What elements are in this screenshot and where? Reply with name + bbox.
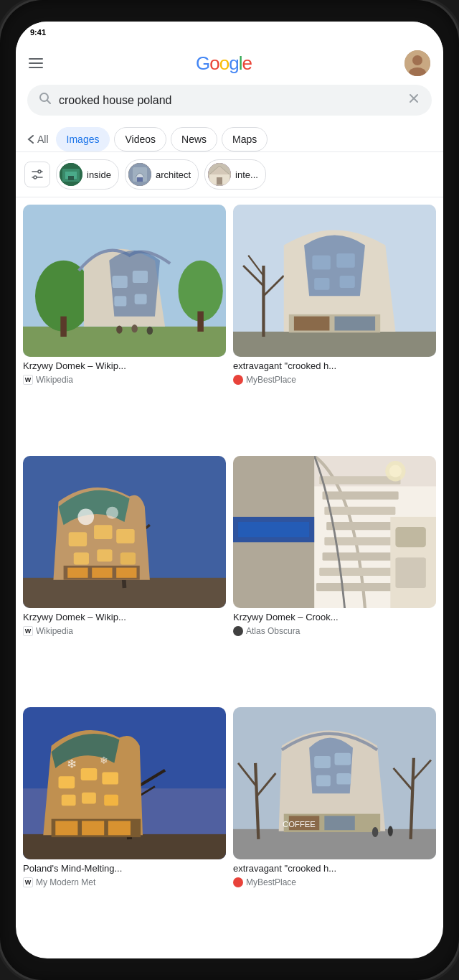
clear-search-button[interactable] <box>407 92 420 108</box>
filter-chip-interior[interactable]: inte... <box>204 159 266 190</box>
chip-interior-label: inte... <box>235 169 258 180</box>
svg-rect-100 <box>82 821 104 835</box>
svg-point-119 <box>388 826 393 836</box>
result-title-4: Krzywy Domek – Crook... <box>233 612 436 624</box>
building-svg-2 <box>233 205 436 357</box>
tab-images[interactable]: Images <box>56 127 110 151</box>
chip-image-interior <box>208 163 231 186</box>
svg-rect-101 <box>108 821 131 835</box>
source-name-3: Wikipedia <box>36 626 73 636</box>
svg-rect-93 <box>62 795 76 806</box>
svg-rect-27 <box>113 276 128 288</box>
result-card-5[interactable]: ❄ ❄ Poland's Mind-Melting... W My Modern… <box>23 707 226 951</box>
svg-rect-55 <box>116 529 134 543</box>
hamburger-line-1 <box>29 58 43 60</box>
svg-rect-20 <box>217 177 222 185</box>
svg-rect-90 <box>59 776 75 788</box>
chip-thumb-architect <box>128 163 151 186</box>
search-bar[interactable]: crooked house poland <box>27 85 432 116</box>
source-favicon-2 <box>233 375 243 385</box>
result-title-3: Krzywy Domek – Wikip... <box>23 612 226 624</box>
source-name-4: Atlas Obscura <box>246 626 300 636</box>
svg-rect-29 <box>114 296 126 306</box>
svg-rect-79 <box>238 522 309 537</box>
tab-images-label: Images <box>67 134 100 145</box>
building-svg-5: ❄ ❄ <box>23 707 226 859</box>
result-source-1: W Wikipedia <box>23 375 226 385</box>
result-card-1[interactable]: Krzywy Domek – Wikip... W Wikipedia <box>23 205 226 449</box>
svg-line-4 <box>47 101 51 104</box>
svg-rect-74 <box>316 583 402 591</box>
user-avatar[interactable] <box>404 50 430 76</box>
nav-back-all[interactable]: All <box>24 128 52 151</box>
tab-maps[interactable]: Maps <box>222 127 268 151</box>
result-image-5: ❄ ❄ <box>23 707 226 859</box>
svg-rect-62 <box>116 568 136 578</box>
chip-thumb-interior <box>208 163 231 186</box>
search-icon <box>39 92 52 108</box>
result-card-6[interactable]: COFFEE extravagant "crooked h... MyBestP… <box>233 707 436 951</box>
svg-rect-61 <box>92 568 112 578</box>
svg-point-81 <box>389 465 402 477</box>
logo-o2: o <box>219 52 229 74</box>
svg-point-9 <box>38 170 41 173</box>
svg-rect-69 <box>324 507 395 515</box>
svg-rect-22 <box>23 327 226 357</box>
filter-chip-inside[interactable]: inside <box>56 159 119 190</box>
svg-rect-92 <box>102 773 118 785</box>
svg-rect-43 <box>312 256 330 270</box>
svg-text:❄: ❄ <box>67 757 77 771</box>
svg-rect-103 <box>233 829 436 859</box>
nav-back-label: All <box>37 134 49 145</box>
filter-options-button[interactable] <box>24 162 50 187</box>
svg-rect-68 <box>323 492 399 500</box>
phone-frame: 9:41 Google <box>0 0 459 980</box>
svg-rect-84 <box>23 834 226 859</box>
svg-rect-70 <box>326 522 392 530</box>
result-card-2[interactable]: extravagant "crooked h... MyBestPlace <box>233 205 436 449</box>
svg-rect-94 <box>82 793 96 804</box>
building-svg-6: COFFEE <box>233 707 436 859</box>
svg-point-33 <box>147 327 153 335</box>
source-favicon-6 <box>233 877 243 887</box>
svg-rect-53 <box>69 532 87 546</box>
result-image-6: COFFEE <box>233 707 436 859</box>
filter-row: inside architect <box>16 152 443 197</box>
svg-rect-99 <box>55 821 77 835</box>
tab-news[interactable]: News <box>171 127 217 151</box>
logo-g2: g <box>229 52 238 74</box>
svg-rect-14 <box>68 176 74 180</box>
result-source-3: W Wikipedia <box>23 626 226 636</box>
svg-rect-113 <box>336 773 351 785</box>
svg-point-1 <box>412 55 422 65</box>
hamburger-line-3 <box>29 67 43 68</box>
result-source-6: MyBestPlace <box>233 877 436 887</box>
building-svg-4 <box>233 456 436 608</box>
result-title-5: Poland's Mind-Melting... <box>23 863 226 875</box>
svg-rect-41 <box>294 317 330 331</box>
status-bar: 9:41 <box>16 22 443 43</box>
svg-rect-26 <box>197 312 203 332</box>
source-favicon-5: W <box>23 877 33 887</box>
svg-point-63 <box>77 509 94 526</box>
svg-rect-46 <box>340 276 355 288</box>
back-chevron-icon <box>27 134 34 144</box>
logo-o1: o <box>209 52 219 74</box>
result-title-6: extravagant "crooked h... <box>233 863 436 875</box>
svg-text:COFFEE: COFFEE <box>283 820 316 829</box>
svg-rect-73 <box>319 568 398 576</box>
svg-rect-95 <box>104 795 118 806</box>
result-card-4[interactable]: Krzywy Domek – Crook... Atlas Obscura <box>233 456 436 700</box>
hamburger-menu-button[interactable] <box>29 58 43 68</box>
source-favicon-1: W <box>23 375 33 385</box>
filter-chip-architect[interactable]: architect <box>125 159 199 190</box>
filter-sliders-icon <box>31 169 44 179</box>
chip-inside-label: inside <box>87 169 111 180</box>
result-card-3[interactable]: Krzywy Domek – Wikip... W Wikipedia <box>23 456 226 700</box>
tab-videos[interactable]: Videos <box>114 127 166 151</box>
svg-point-31 <box>116 325 122 333</box>
svg-rect-58 <box>120 552 136 564</box>
svg-rect-76 <box>395 527 425 547</box>
header: Google <box>16 43 443 82</box>
svg-rect-60 <box>67 568 87 578</box>
